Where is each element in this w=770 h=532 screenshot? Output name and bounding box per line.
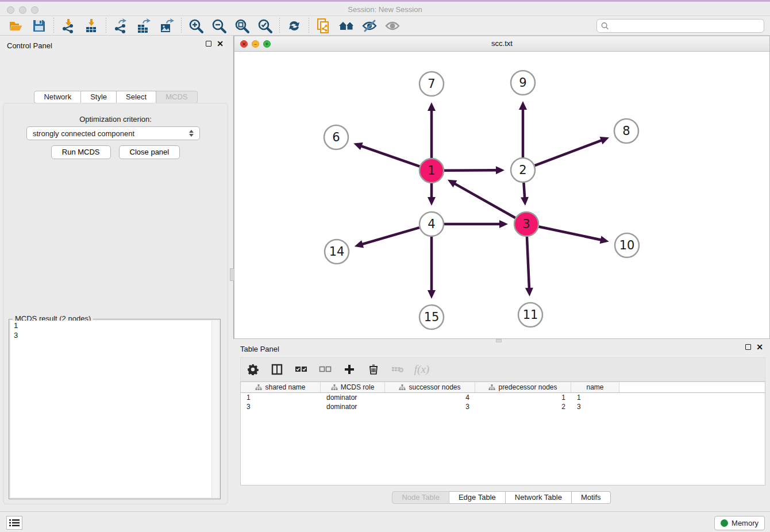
close-panel-icon[interactable]: ✕: [217, 41, 224, 47]
graph-edge-arrowhead: [355, 240, 364, 248]
cell-name: 3: [571, 403, 619, 411]
save-session-icon: [31, 18, 47, 34]
graph-node-label: 1: [428, 164, 435, 178]
node-table-header: shared name MCDS role successor nodes pr…: [241, 382, 765, 393]
run-mcds-button[interactable]: Run MCDS: [51, 145, 111, 159]
graph-edge-arrowhead: [525, 288, 533, 296]
node-table: shared name MCDS role successor nodes pr…: [240, 381, 765, 485]
toolbar-separator: [181, 18, 182, 34]
graph-node-label: 3: [522, 217, 530, 231]
export-table-icon: [136, 18, 152, 34]
search-input[interactable]: [609, 22, 760, 30]
column-header-shared-name[interactable]: shared name: [241, 382, 321, 392]
tab-node-table[interactable]: Node Table: [392, 491, 449, 504]
graph-edge-arrowhead: [496, 166, 505, 174]
close-panel-icon[interactable]: ✕: [756, 344, 763, 350]
new-network-from-selection-button[interactable]: [312, 17, 335, 34]
graph-edge-3-1[interactable]: [454, 183, 515, 218]
result-scrollbar[interactable]: [211, 321, 219, 498]
zoom-selected-button[interactable]: [253, 17, 276, 34]
save-session-button[interactable]: [28, 17, 51, 34]
mcds-result-list[interactable]: 1 3: [10, 321, 219, 498]
mcds-result-box: MCDS result (2 nodes) 1 3: [9, 319, 221, 499]
table-panel: Table Panel ✕: [233, 342, 770, 511]
show-column-button[interactable]: [271, 363, 283, 376]
criterion-dropdown[interactable]: strongly connected component: [26, 126, 200, 140]
cell-successor-nodes: 4: [385, 394, 475, 402]
memory-button[interactable]: Memory: [714, 516, 765, 530]
graph-node-label: 11: [523, 308, 538, 322]
graph-node-label: 7: [428, 77, 435, 91]
mcds-panel: Optimization criterion: strongly connect…: [3, 103, 228, 504]
show-all-button[interactable]: [381, 17, 404, 34]
show-column-icon: [271, 364, 283, 375]
zoom-out-button[interactable]: [207, 17, 230, 34]
zoom-fit-button[interactable]: [230, 17, 253, 34]
hide-selection-icon: [361, 18, 378, 34]
network-view-window: ✕ – + scc.txt 7968124314101511: [234, 36, 770, 339]
task-history-button[interactable]: [6, 516, 22, 530]
table-row[interactable]: 3 dominator 3 2 3: [241, 402, 765, 411]
export-image-button[interactable]: [155, 17, 178, 34]
function-builder-button[interactable]: f(x): [415, 363, 428, 376]
open-file-button[interactable]: [5, 17, 28, 34]
graph-edge-1-6[interactable]: [360, 146, 419, 167]
export-network-button[interactable]: [109, 17, 132, 34]
zoom-selected-icon: [257, 18, 273, 34]
unselect-all-button[interactable]: [319, 363, 332, 376]
import-table-icon: [83, 18, 99, 34]
cell-predecessor-nodes: 1: [475, 394, 571, 402]
hide-selection-button[interactable]: [358, 17, 381, 34]
column-header-predecessor-nodes[interactable]: predecessor nodes: [475, 382, 571, 392]
column-header-name[interactable]: name: [571, 382, 619, 392]
import-table-button[interactable]: [80, 17, 103, 34]
zoom-in-button[interactable]: [184, 17, 207, 34]
close-panel-button[interactable]: Close panel: [119, 145, 180, 159]
graph-edge-arrowhead: [519, 101, 527, 110]
column-header-mcds-role[interactable]: MCDS role: [321, 382, 385, 392]
settings-gear-button[interactable]: [247, 363, 259, 376]
tab-motifs[interactable]: Motifs: [572, 491, 611, 504]
export-table-button[interactable]: [132, 17, 155, 34]
select-all-icon: [295, 364, 307, 375]
main-toolbar: [0, 16, 770, 36]
graph-edge-2-8[interactable]: [535, 140, 602, 165]
delete-table-button[interactable]: [391, 363, 404, 376]
graph-edge-3-10[interactable]: [539, 227, 602, 240]
network-graph[interactable]: 7968124314101511: [234, 52, 769, 339]
control-panel-window-buttons: ✕: [206, 41, 224, 47]
table-row[interactable]: 1 dominator 4 1 1: [241, 393, 765, 402]
tab-select[interactable]: Select: [117, 91, 156, 103]
graph-node-label: 2: [519, 163, 526, 177]
zoom-out-icon: [211, 18, 227, 34]
tab-style[interactable]: Style: [81, 91, 117, 103]
graph-edge-1-2[interactable]: [444, 170, 497, 171]
tab-mcds[interactable]: MCDS: [156, 91, 197, 103]
network-window-titlebar[interactable]: ✕ – + scc.txt: [234, 36, 769, 52]
apply-layout-button[interactable]: [283, 17, 306, 34]
tab-network-table[interactable]: Network Table: [506, 491, 572, 504]
toolbar-separator: [106, 18, 106, 34]
float-panel-icon[interactable]: [745, 344, 751, 350]
graph-node-label: 10: [619, 238, 635, 252]
delete-column-button[interactable]: [367, 363, 380, 376]
cell-mcds-role: dominator: [321, 394, 385, 402]
graph-edge-2-3[interactable]: [523, 183, 525, 198]
table-panel-title: Table Panel: [240, 345, 279, 353]
graph-edge-4-14[interactable]: [361, 228, 419, 244]
network-window-title: scc.txt: [234, 39, 769, 48]
select-all-button[interactable]: [295, 363, 307, 376]
tab-edge-table[interactable]: Edge Table: [449, 491, 506, 504]
column-header-successor-nodes[interactable]: successor nodes: [385, 382, 475, 392]
network-canvas[interactable]: 7968124314101511: [234, 52, 769, 338]
search-field[interactable]: [596, 19, 764, 33]
column-type-icon: [399, 384, 406, 391]
tab-network[interactable]: Network: [34, 91, 81, 103]
float-panel-icon[interactable]: [206, 41, 211, 47]
first-neighbors-button[interactable]: [335, 17, 358, 34]
window-title: Session: New Session: [0, 5, 770, 14]
add-column-button[interactable]: [343, 363, 356, 376]
graph-edge-3-11[interactable]: [527, 237, 529, 289]
first-neighbors-icon: [338, 18, 355, 34]
import-network-button[interactable]: [57, 17, 80, 34]
